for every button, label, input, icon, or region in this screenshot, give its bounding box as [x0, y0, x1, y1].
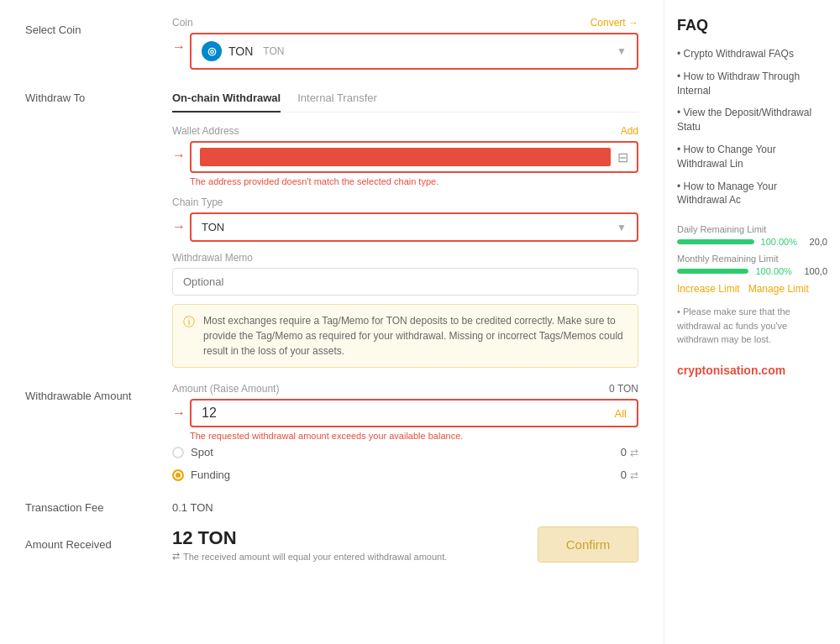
wallet-address-input[interactable] [200, 148, 611, 166]
add-address-link[interactable]: Add [621, 125, 638, 137]
monthly-limit-value: 100,0 [804, 266, 827, 276]
faq-item-4[interactable]: How to Change Your Withdrawal Lin [677, 143, 827, 171]
arrow-indicator-chain: → [172, 219, 186, 234]
wallet-address-label: Wallet Address [172, 125, 239, 137]
select-coin-label: Select Coin [25, 17, 172, 36]
daily-limit-value: 20,0 [810, 237, 827, 247]
amount-input-wrap: All [190, 399, 638, 427]
amount-received-row: Amount Received 12 TON ⇄ The received am… [25, 526, 638, 563]
received-note-text: The received amount will equal your ente… [183, 552, 447, 562]
funding-row: Funding 0 ⇄ [172, 463, 638, 486]
faq-item-2[interactable]: How to Withdraw Through Internal [677, 70, 827, 98]
monthly-limit-label: Monthly Remaining Limit [677, 254, 827, 264]
spot-label: Spot [191, 446, 213, 458]
funding-value: 0 [621, 469, 627, 481]
confirm-button[interactable]: Confirm [538, 526, 638, 563]
monthly-limit-bar [677, 269, 748, 274]
balance-error: The requested withdrawal amount exceeds … [190, 431, 638, 441]
notice-icon: ⓘ [183, 313, 197, 359]
limits-section: Daily Remaining Limit 100.00% 20,0 Month… [677, 224, 827, 377]
faq-title: FAQ [677, 17, 827, 34]
spot-row: Spot 0 ⇄ [172, 441, 638, 463]
funding-refresh-icon[interactable]: ⇄ [630, 469, 638, 481]
monthly-limit-pct: 100.00% [755, 266, 797, 276]
coin-ticker: TON [263, 45, 284, 57]
withdraw-to-label: Withdraw To [25, 85, 172, 104]
warning-note: • Please make sure that the withdrawal a… [677, 305, 827, 347]
exchange-icon: ⇄ [172, 551, 180, 562]
withdrawable-amount-label: Withdrawable Amount [25, 383, 172, 402]
chain-type-value: TON [202, 221, 224, 233]
tab-internal[interactable]: Internal Transfer [297, 85, 377, 113]
chain-type-label: Chain Type [172, 196, 223, 208]
daily-limit-pct: 100.00% [761, 237, 803, 247]
available-balance: 0 TON [609, 383, 638, 395]
daily-limit-fill [677, 239, 754, 244]
ton-icon: ◎ [202, 41, 222, 61]
memo-notice: ⓘ Most exchanges require a Tag/Memo for … [172, 304, 638, 368]
arrow-indicator-coin: → [172, 39, 186, 55]
chain-chevron-icon: ▼ [617, 222, 627, 233]
memo-notice-text: Most exchanges require a Tag/Memo for TO… [203, 313, 627, 359]
received-amount-value: 12 TON [172, 527, 447, 549]
chevron-down-icon: ▼ [617, 45, 627, 57]
amount-field-label: Amount (Raise Amount) [172, 383, 279, 395]
coin-name: TON [228, 45, 253, 58]
spot-value: 0 [621, 446, 627, 458]
all-button[interactable]: All [615, 407, 627, 420]
monthly-limit-fill [677, 269, 748, 274]
faq-item-5[interactable]: How to Manage Your Withdrawal Ac [677, 180, 827, 208]
funding-radio[interactable] [172, 469, 184, 481]
daily-limit-bar [677, 239, 754, 244]
coin-field-label: Coin [172, 17, 193, 29]
funding-label: Funding [191, 469, 230, 481]
amount-input[interactable] [202, 406, 615, 421]
wallet-error: The address provided doesn't match the s… [190, 176, 638, 186]
qr-icon[interactable]: ⊟ [617, 149, 628, 165]
manage-limit-link[interactable]: Manage Limit [748, 283, 809, 295]
faq-item-3[interactable]: View the Deposit/Withdrawal Statu [677, 106, 827, 134]
transaction-fee-row: Transaction Fee 0.1 TON [25, 501, 638, 514]
withdraw-tabs: On-chain Withdrawal Internal Transfer [172, 85, 638, 113]
arrow-indicator-amount: → [172, 406, 186, 421]
tab-onchain[interactable]: On-chain Withdrawal [172, 85, 281, 113]
transaction-fee-label: Transaction Fee [25, 501, 172, 514]
coin-selector[interactable]: ◎ TON TON ▼ [190, 33, 638, 70]
spot-refresh-icon[interactable]: ⇄ [630, 447, 638, 458]
wallet-input-wrap: ⊟ [190, 141, 638, 173]
daily-limit-label: Daily Remaining Limit [677, 224, 827, 234]
spot-radio[interactable] [172, 447, 184, 458]
increase-limit-link[interactable]: Increase Limit [677, 283, 740, 295]
amount-received-label: Amount Received [25, 538, 172, 551]
memo-label: Withdrawal Memo [172, 252, 253, 264]
watermark: cryptonisation.com [677, 364, 827, 377]
transaction-fee-value: 0.1 TON [172, 501, 213, 514]
chain-type-selector[interactable]: TON ▼ [190, 212, 638, 242]
convert-link[interactable]: Convert → [591, 17, 638, 29]
memo-input[interactable] [172, 268, 638, 296]
faq-item-1[interactable]: Crypto Withdrawal FAQs [677, 47, 827, 61]
arrow-indicator-wallet: → [172, 148, 186, 163]
